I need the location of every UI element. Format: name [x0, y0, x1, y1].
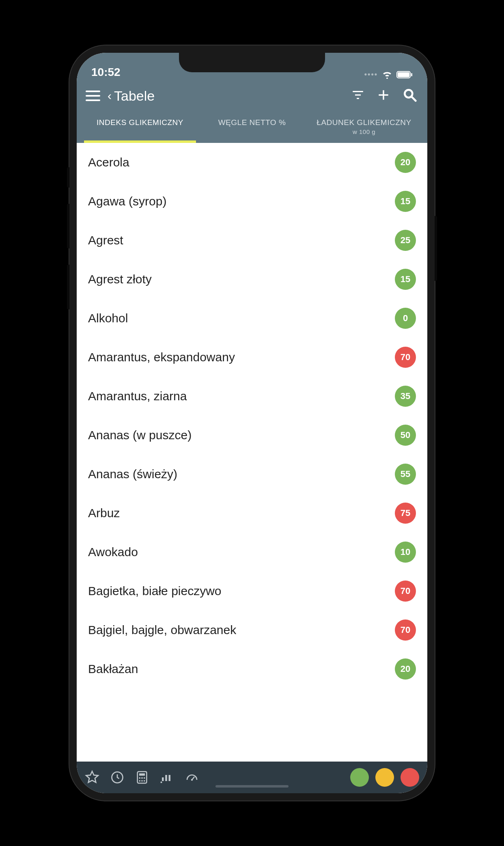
calculator-icon[interactable]	[135, 770, 149, 784]
food-list[interactable]: Acerola20Agawa (syrop)15Agrest25Agrest z…	[77, 143, 427, 762]
value-badge: 20	[395, 152, 416, 173]
list-item[interactable]: Ananas (świeży)55	[77, 455, 427, 494]
item-name: Amarantus, ekspandowany	[88, 350, 395, 364]
svg-point-10	[139, 780, 140, 782]
app-header: ‹ Tabele INDEKS GLIKEMICZNY	[77, 81, 427, 143]
svg-point-11	[141, 780, 143, 782]
filter-icon[interactable]	[349, 86, 367, 106]
value-badge: 25	[395, 230, 416, 251]
item-name: Ananas (świeży)	[88, 467, 395, 481]
value-badge: 35	[395, 386, 416, 407]
svg-point-8	[141, 777, 143, 779]
svg-point-14	[191, 779, 193, 781]
status-right: ••••	[364, 70, 413, 79]
filter-dots	[350, 768, 419, 787]
value-badge: 50	[395, 425, 416, 446]
tab-sublabel: w 100 g	[310, 128, 418, 136]
list-item[interactable]: Ananas (w puszce)50	[77, 416, 427, 455]
wifi-icon	[382, 71, 392, 79]
tab-net-carbs[interactable]: WĘGLE NETTO %	[196, 111, 308, 143]
tab-label: ŁADUNEK GLIKEMICZNY	[317, 118, 411, 127]
svg-point-7	[139, 777, 140, 779]
list-item[interactable]: Acerola20	[77, 143, 427, 182]
phone-frame: 10:52 •••• ‹ Tabele	[69, 45, 435, 801]
value-badge: 10	[395, 542, 416, 563]
value-badge: 15	[395, 191, 416, 212]
list-item[interactable]: Agrest złoty15	[77, 260, 427, 299]
value-badge: 0	[395, 308, 416, 329]
svg-rect-6	[139, 773, 145, 776]
svg-rect-1	[398, 72, 409, 77]
item-name: Acerola	[88, 155, 395, 169]
list-item[interactable]: Amarantus, ziarna35	[77, 377, 427, 416]
value-badge: 70	[395, 619, 416, 641]
value-badge: 55	[395, 464, 416, 485]
item-name: Awokado	[88, 545, 395, 559]
add-icon[interactable]	[373, 84, 394, 107]
filter-dot-red[interactable]	[401, 768, 419, 787]
item-name: Amarantus, ziarna	[88, 389, 395, 403]
battery-icon	[396, 71, 413, 79]
item-name: Bagietka, białe pieczywo	[88, 584, 395, 598]
svg-rect-2	[411, 73, 412, 76]
notch	[179, 53, 325, 72]
search-icon[interactable]	[400, 85, 420, 107]
list-item[interactable]: Agrest25	[77, 221, 427, 260]
gauge-icon[interactable]	[185, 770, 199, 785]
list-item[interactable]: Awokado10	[77, 533, 427, 572]
item-name: Bajgiel, bajgle, obwarzanek	[88, 623, 395, 637]
tab-glycemic-load[interactable]: ŁADUNEK GLIKEMICZNY w 100 g	[308, 111, 420, 143]
item-name: Agrest	[88, 233, 395, 247]
tab-label: WĘGLE NETTO %	[218, 118, 286, 127]
screen: 10:52 •••• ‹ Tabele	[77, 53, 427, 793]
filter-dot-green[interactable]	[350, 768, 369, 787]
cellular-dots-icon: ••••	[364, 70, 378, 79]
value-badge: 70	[395, 347, 416, 368]
chart-icon[interactable]	[159, 770, 174, 785]
filter-dot-yellow[interactable]	[375, 768, 394, 787]
home-indicator	[215, 785, 289, 788]
svg-point-12	[144, 780, 145, 782]
item-name: Agawa (syrop)	[88, 194, 395, 208]
list-item[interactable]: Bakłażan20	[77, 650, 427, 688]
svg-point-9	[144, 777, 145, 779]
bottom-bar	[77, 762, 427, 793]
menu-icon[interactable]	[84, 89, 102, 103]
list-item[interactable]: Amarantus, ekspandowany70	[77, 338, 427, 377]
status-time: 10:52	[91, 66, 121, 79]
clock-icon[interactable]	[110, 770, 125, 785]
tab-glycemic-index[interactable]: INDEKS GLIKEMICZNY	[84, 111, 196, 143]
item-name: Arbuz	[88, 506, 395, 520]
tabs: INDEKS GLIKEMICZNY WĘGLE NETTO % ŁADUNEK…	[84, 111, 420, 143]
item-name: Alkohol	[88, 311, 395, 325]
list-item[interactable]: Bajgiel, bajgle, obwarzanek70	[77, 611, 427, 650]
item-name: Bakłażan	[88, 662, 395, 676]
value-badge: 75	[395, 503, 416, 524]
item-name: Ananas (w puszce)	[88, 428, 395, 442]
item-name: Agrest złoty	[88, 272, 395, 286]
value-badge: 20	[395, 658, 416, 680]
list-item[interactable]: Agawa (syrop)15	[77, 182, 427, 221]
list-item[interactable]: Alkohol0	[77, 299, 427, 338]
page-title: Tabele	[114, 88, 155, 104]
value-badge: 70	[395, 581, 416, 602]
star-icon[interactable]	[85, 770, 99, 785]
list-item[interactable]: Bagietka, białe pieczywo70	[77, 572, 427, 611]
tab-label: INDEKS GLIKEMICZNY	[97, 118, 183, 127]
back-button[interactable]: ‹ Tabele	[108, 88, 155, 104]
chevron-left-icon: ‹	[108, 89, 112, 103]
toolbar: ‹ Tabele	[84, 84, 420, 108]
list-item[interactable]: Arbuz75	[77, 494, 427, 533]
svg-point-13	[160, 781, 162, 783]
value-badge: 15	[395, 269, 416, 290]
